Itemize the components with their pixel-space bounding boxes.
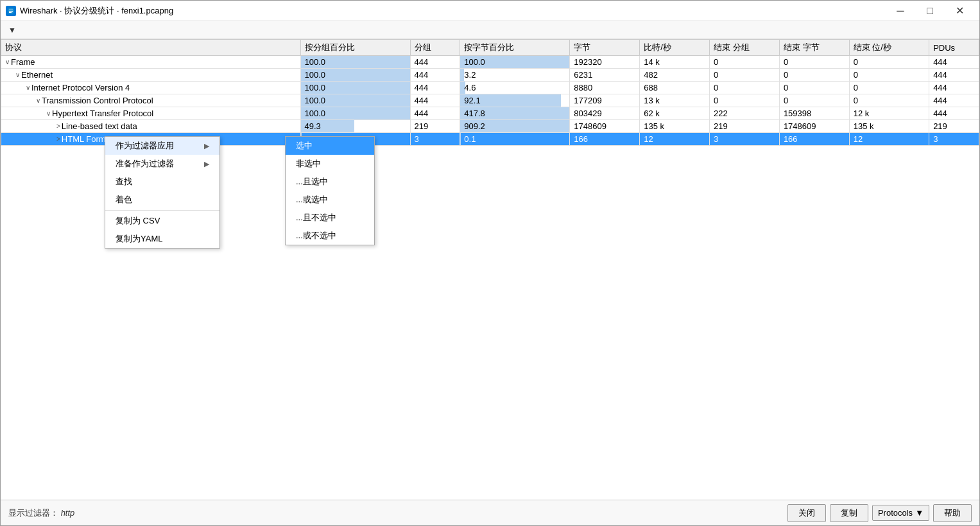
main-window: Wireshark · 协议分级统计 · fenxi1.pcapng ─ □ ✕…: [0, 0, 980, 526]
ctx-separator: [105, 210, 219, 211]
sub-selected[interactable]: 选中: [286, 137, 374, 155]
ctx-prepare-filter-label: 准备作为过滤器: [116, 158, 174, 170]
sub-or-not-selected[interactable]: ...或不选中: [286, 227, 374, 245]
context-menu: 作为过滤器应用 ▶ 准备作为过滤器 ▶ 查找 着色 复制为 CSV 复制为YAM…: [105, 136, 220, 249]
ctx-apply-filter[interactable]: 作为过滤器应用 ▶: [105, 137, 219, 155]
ctx-prepare-filter[interactable]: 准备作为过滤器 ▶: [105, 155, 219, 173]
sub-not-selected[interactable]: 非选中: [286, 155, 374, 173]
sub-and-not-selected[interactable]: ...且不选中: [286, 209, 374, 227]
ctx-copy-yaml[interactable]: 复制为YAML: [105, 230, 219, 248]
ctx-apply-filter-arrow: ▶: [204, 142, 209, 150]
ctx-copy-csv[interactable]: 复制为 CSV: [105, 212, 219, 230]
ctx-apply-filter-label: 作为过滤器应用: [116, 140, 174, 152]
ctx-copy-yaml-label: 复制为YAML: [116, 233, 162, 245]
ctx-find[interactable]: 查找: [105, 173, 219, 191]
ctx-find-label: 查找: [116, 176, 132, 188]
context-menu-overlay[interactable]: 作为过滤器应用 ▶ 准备作为过滤器 ▶ 查找 着色 复制为 CSV 复制为YAM…: [0, 0, 980, 526]
ctx-color[interactable]: 着色: [105, 191, 219, 209]
ctx-color-label: 着色: [116, 194, 132, 206]
ctx-prepare-filter-arrow: ▶: [204, 160, 209, 168]
sub-or-selected[interactable]: ...或选中: [286, 191, 374, 209]
ctx-copy-csv-label: 复制为 CSV: [116, 215, 160, 227]
sub-and-selected[interactable]: ...且选中: [286, 173, 374, 191]
sub-menu: 选中 非选中 ...且选中 ...或选中 ...且不选中 ...或不选中: [285, 136, 375, 245]
